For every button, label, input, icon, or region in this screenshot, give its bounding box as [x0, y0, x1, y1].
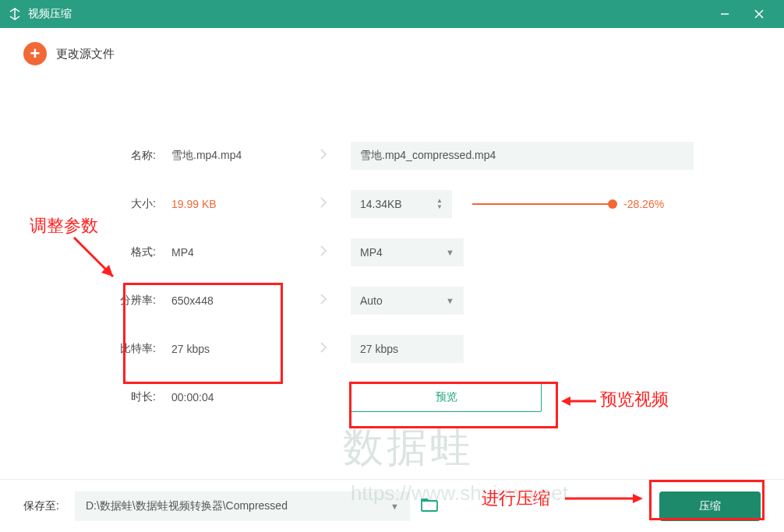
label-bitrate: 比特率:: [101, 342, 156, 356]
arrow-icon: [296, 196, 351, 212]
value-bitrate: 27 kbps: [156, 343, 296, 355]
row-name: 名称: 雪地.mp4.mp4: [23, 142, 761, 170]
close-button[interactable]: [742, 0, 776, 28]
row-size: 大小: 19.99 KB 14.34KB ▲▼ -28.26%: [23, 190, 761, 218]
save-path-value: D:\数据蛙\数据蛙视频转换器\Compressed: [86, 499, 288, 513]
output-size-value: 14.34KB: [360, 198, 402, 210]
caret-down-icon: ▼: [446, 296, 454, 305]
label-size: 大小:: [101, 197, 156, 211]
value-size: 19.99 KB: [156, 198, 296, 210]
output-size-stepper[interactable]: 14.34KB ▲▼: [351, 190, 452, 218]
change-source-label: 更改源文件: [56, 47, 115, 62]
stepper-icon[interactable]: ▲▼: [436, 198, 443, 210]
watermark-text: 数据蛙: [343, 421, 474, 475]
arrow-icon: [296, 293, 351, 308]
content-area: 名称: 雪地.mp4.mp4 大小: 19.99 KB 14.34KB ▲▼ -…: [0, 79, 784, 411]
label-duration: 时长:: [101, 390, 156, 404]
row-bitrate: 比特率: 27 kbps: [23, 335, 761, 363]
arrow-icon: [296, 148, 351, 164]
label-name: 名称:: [101, 149, 156, 163]
app-icon: [8, 7, 22, 21]
label-resolution: 分辨率:: [101, 294, 156, 308]
bottom-bar: 保存至: D:\数据蛙\数据蛙视频转换器\Compressed ▼ 压缩: [0, 479, 784, 532]
value-format: MP4: [156, 246, 296, 259]
value-resolution: 650x448: [156, 294, 296, 307]
compress-button[interactable]: 压缩: [659, 491, 761, 521]
slider-thumb[interactable]: [608, 199, 617, 209]
output-bitrate-input[interactable]: [351, 335, 464, 363]
output-format-select[interactable]: MP4 ▼: [351, 238, 464, 266]
row-duration: 时长: 00:00:04 预览: [23, 383, 761, 411]
caret-down-icon: ▼: [390, 502, 399, 511]
window-title: 视频压缩: [28, 7, 708, 21]
save-path-select[interactable]: D:\数据蛙\数据蛙视频转换器\Compressed ▼: [75, 491, 410, 521]
open-folder-button[interactable]: [421, 498, 438, 515]
caret-down-icon: ▼: [446, 248, 454, 257]
output-resolution-select[interactable]: Auto ▼: [351, 287, 464, 315]
preview-button[interactable]: 预览: [351, 382, 542, 412]
change-source-button[interactable]: + 更改源文件: [0, 28, 784, 79]
minimize-button[interactable]: [708, 0, 742, 28]
value-duration: 00:00:04: [156, 391, 296, 403]
title-bar: 视频压缩: [0, 0, 784, 28]
save-to-label: 保存至:: [23, 499, 59, 513]
svg-rect-3: [422, 501, 437, 511]
row-resolution: 分辨率: 650x448 Auto ▼: [23, 287, 761, 315]
size-slider[interactable]: [472, 203, 613, 205]
plus-icon: +: [23, 42, 47, 65]
output-name-input[interactable]: [351, 142, 694, 170]
label-format: 格式:: [101, 245, 156, 259]
size-percent: -28.26%: [623, 198, 664, 210]
arrow-icon: [296, 245, 351, 260]
arrow-icon: [296, 341, 351, 357]
row-format: 格式: MP4 MP4 ▼: [23, 238, 761, 266]
output-format-value: MP4: [360, 246, 383, 259]
output-resolution-value: Auto: [360, 294, 383, 307]
value-name: 雪地.mp4.mp4: [156, 149, 296, 163]
